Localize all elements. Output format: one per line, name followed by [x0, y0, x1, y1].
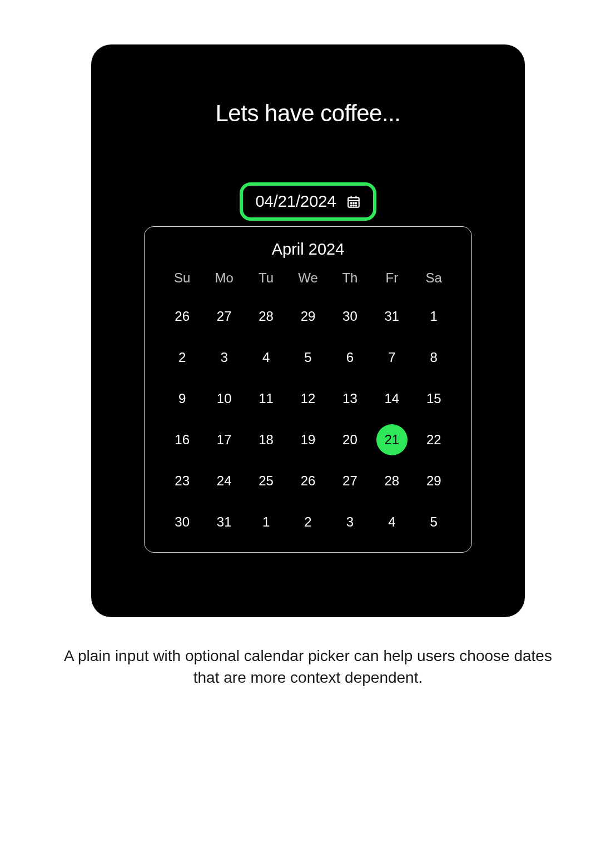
- calendar-day-number: 1: [262, 514, 270, 530]
- svg-point-5: [353, 202, 354, 203]
- weekday-header: Th: [329, 265, 371, 291]
- calendar-day-number: 15: [426, 391, 441, 406]
- calendar-day[interactable]: 4: [245, 342, 287, 373]
- calendar-day-number: 30: [342, 309, 357, 324]
- calendar-day[interactable]: 29: [287, 301, 329, 332]
- calendar-day-number: 14: [385, 391, 400, 406]
- calendar-day-number: 3: [346, 514, 354, 530]
- calendar-month-title: April 2024: [161, 240, 455, 259]
- calendar-day-number: 18: [259, 432, 274, 448]
- calendar-day[interactable]: 26: [161, 301, 203, 332]
- date-input-value: 04/21/2024: [255, 192, 336, 211]
- calendar-icon[interactable]: [346, 195, 361, 209]
- calendar-day[interactable]: 6: [329, 342, 371, 373]
- calendar-day-number: 5: [430, 514, 438, 530]
- calendar-day[interactable]: 31: [203, 507, 245, 538]
- calendar-day[interactable]: 12: [287, 383, 329, 414]
- calendar-day[interactable]: 15: [413, 383, 455, 414]
- svg-point-6: [355, 202, 356, 203]
- calendar-day-number: 13: [342, 391, 357, 406]
- calendar-day-number: 30: [175, 514, 190, 530]
- figure-caption: A plain input with optional calendar pic…: [58, 645, 558, 688]
- calendar-day-number: 11: [259, 391, 274, 406]
- calendar-day[interactable]: 18: [245, 424, 287, 455]
- calendar-day-number: 3: [220, 350, 227, 365]
- calendar-day[interactable]: 5: [287, 342, 329, 373]
- calendar-day[interactable]: 5: [413, 507, 455, 538]
- calendar-day-number: 8: [430, 350, 438, 365]
- calendar-day-number: 28: [259, 309, 274, 324]
- weekday-header: Mo: [203, 265, 245, 291]
- calendar-day-number: 16: [175, 432, 190, 448]
- calendar-day[interactable]: 16: [161, 424, 203, 455]
- calendar-day[interactable]: 11: [245, 383, 287, 414]
- calendar-day-number: 12: [301, 391, 316, 406]
- svg-point-8: [353, 205, 354, 206]
- calendar-day-number: 25: [259, 473, 274, 489]
- calendar-day[interactable]: 14: [371, 383, 413, 414]
- weekday-header: Su: [161, 265, 203, 291]
- calendar-day[interactable]: 23: [161, 465, 203, 497]
- calendar-day-number: 4: [262, 350, 270, 365]
- calendar-day[interactable]: 7: [371, 342, 413, 373]
- calendar-day[interactable]: 2: [161, 342, 203, 373]
- calendar-day-number: 7: [388, 350, 395, 365]
- calendar-day[interactable]: 24: [203, 465, 245, 497]
- calendar-day-number: 19: [301, 432, 316, 448]
- calendar-day[interactable]: 31: [371, 301, 413, 332]
- calendar-day[interactable]: 10: [203, 383, 245, 414]
- calendar-day[interactable]: 13: [329, 383, 371, 414]
- calendar-grid: SuMoTuWeThFrSa26272829303112345678910111…: [161, 265, 455, 538]
- calendar-day[interactable]: 20: [329, 424, 371, 455]
- calendar-day-number: 21: [385, 432, 400, 448]
- calendar-day-number: 28: [385, 473, 400, 489]
- calendar-day-selected[interactable]: 21: [371, 424, 413, 455]
- calendar-day[interactable]: 26: [287, 465, 329, 497]
- calendar-day-number: 20: [342, 432, 357, 448]
- calendar-day-number: 26: [175, 309, 190, 324]
- weekday-header: Tu: [245, 265, 287, 291]
- calendar-day[interactable]: 27: [203, 301, 245, 332]
- calendar-day[interactable]: 8: [413, 342, 455, 373]
- date-picker-card: Lets have coffee... 04/21/2024 April 202…: [91, 44, 525, 617]
- calendar-day-number: 4: [388, 514, 395, 530]
- calendar-day[interactable]: 17: [203, 424, 245, 455]
- calendar-day-number: 31: [385, 309, 400, 324]
- calendar-day[interactable]: 9: [161, 383, 203, 414]
- calendar-day[interactable]: 3: [203, 342, 245, 373]
- calendar-day[interactable]: 30: [329, 301, 371, 332]
- calendar-day[interactable]: 28: [245, 301, 287, 332]
- svg-point-4: [350, 202, 351, 203]
- calendar-day[interactable]: 4: [371, 507, 413, 538]
- calendar-popover: April 2024 SuMoTuWeThFrSa262728293031123…: [144, 226, 472, 553]
- calendar-day[interactable]: 29: [413, 465, 455, 497]
- calendar-day[interactable]: 30: [161, 507, 203, 538]
- weekday-header: Fr: [371, 265, 413, 291]
- calendar-day[interactable]: 1: [413, 301, 455, 332]
- calendar-day-number: 26: [301, 473, 316, 489]
- card-heading: Lets have coffee...: [216, 100, 401, 127]
- calendar-day-number: 27: [217, 309, 232, 324]
- calendar-day-number: 31: [217, 514, 232, 530]
- calendar-day[interactable]: 3: [329, 507, 371, 538]
- calendar-day-number: 29: [301, 309, 316, 324]
- calendar-day[interactable]: 22: [413, 424, 455, 455]
- calendar-day-number: 9: [178, 391, 186, 406]
- calendar-day-number: 17: [217, 432, 232, 448]
- weekday-header: Sa: [413, 265, 455, 291]
- calendar-day-number: 22: [426, 432, 441, 448]
- weekday-header: We: [287, 265, 329, 291]
- calendar-day[interactable]: 2: [287, 507, 329, 538]
- calendar-day[interactable]: 25: [245, 465, 287, 497]
- calendar-day-number: 2: [304, 514, 311, 530]
- calendar-day[interactable]: 28: [371, 465, 413, 497]
- calendar-day[interactable]: 1: [245, 507, 287, 538]
- calendar-day-number: 23: [175, 473, 190, 489]
- calendar-day-number: 5: [304, 350, 311, 365]
- calendar-day[interactable]: 27: [329, 465, 371, 497]
- calendar-day[interactable]: 19: [287, 424, 329, 455]
- calendar-day-number: 29: [426, 473, 441, 489]
- svg-point-7: [350, 205, 351, 206]
- calendar-day-number: 6: [346, 350, 354, 365]
- date-input[interactable]: 04/21/2024: [240, 182, 376, 221]
